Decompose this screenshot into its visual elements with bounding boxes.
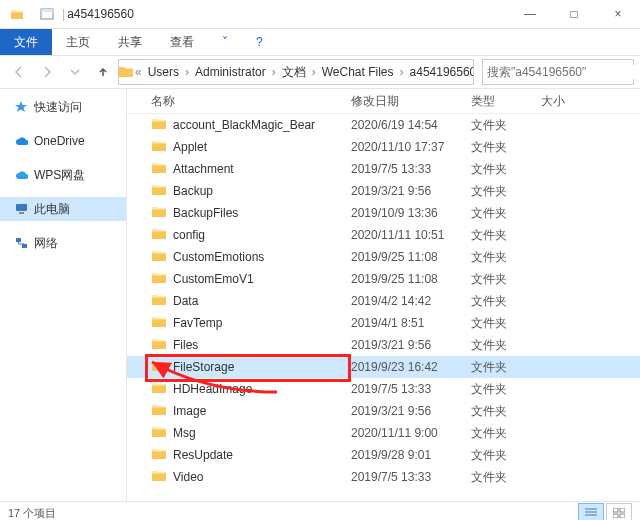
file-type: 文件夹 bbox=[471, 403, 541, 420]
folder-row[interactable]: config2020/11/11 10:51文件夹 bbox=[127, 224, 640, 246]
folder-row[interactable]: FavTemp2019/4/1 8:51文件夹 bbox=[127, 312, 640, 334]
chevron-right-icon[interactable]: › bbox=[310, 65, 318, 79]
tab-file[interactable]: 文件 bbox=[0, 29, 52, 55]
col-date[interactable]: 修改日期 bbox=[351, 93, 471, 110]
breadcrumb-segment[interactable]: Users bbox=[144, 65, 183, 79]
col-name[interactable]: 名称 bbox=[151, 93, 351, 110]
sidebar-item-label: OneDrive bbox=[34, 134, 85, 148]
nav-recent-dropdown[interactable] bbox=[62, 59, 88, 85]
file-date: 2020/6/19 14:54 bbox=[351, 118, 471, 132]
close-button[interactable]: × bbox=[596, 0, 640, 28]
folder-icon bbox=[151, 139, 167, 155]
folder-row[interactable]: FileStorage2019/9/23 16:42文件夹 bbox=[127, 356, 640, 378]
folder-row[interactable]: Data2019/4/2 14:42文件夹 bbox=[127, 290, 640, 312]
breadcrumb-segment[interactable]: 文档 bbox=[278, 65, 310, 79]
minimize-button[interactable]: — bbox=[508, 0, 552, 28]
sidebar-item-label: WPS网盘 bbox=[34, 167, 85, 184]
folder-icon bbox=[151, 381, 167, 397]
file-name: config bbox=[173, 228, 351, 242]
tab-share[interactable]: 共享 bbox=[104, 29, 156, 55]
file-date: 2020/11/11 9:00 bbox=[351, 426, 471, 440]
file-name: HDHeadImage bbox=[173, 382, 351, 396]
folder-row[interactable]: Attachment2019/7/5 13:33文件夹 bbox=[127, 158, 640, 180]
maximize-button[interactable]: □ bbox=[552, 0, 596, 28]
breadcrumb-segment[interactable]: a454196560 bbox=[406, 65, 474, 79]
file-type: 文件夹 bbox=[471, 425, 541, 442]
folder-row[interactable]: Files2019/3/21 9:56文件夹 bbox=[127, 334, 640, 356]
sidebar-item-network[interactable]: 网络 bbox=[0, 231, 126, 255]
folder-row[interactable]: HDHeadImage2019/7/5 13:33文件夹 bbox=[127, 378, 640, 400]
folder-row[interactable]: ResUpdate2019/9/28 9:01文件夹 bbox=[127, 444, 640, 466]
file-name: BackupFiles bbox=[173, 206, 351, 220]
file-type: 文件夹 bbox=[471, 447, 541, 464]
svg-rect-7 bbox=[613, 508, 618, 512]
title-separator: | bbox=[60, 7, 67, 21]
file-list[interactable]: account_BlackMagic_Bear2020/6/19 14:54文件… bbox=[127, 114, 640, 501]
folder-row[interactable]: CustomEmotions2019/9/25 11:08文件夹 bbox=[127, 246, 640, 268]
file-date: 2020/11/11 10:51 bbox=[351, 228, 471, 242]
chevron-right-icon[interactable]: › bbox=[270, 65, 278, 79]
status-bar: 17 个项目 bbox=[0, 501, 640, 520]
file-date: 2019/3/21 9:56 bbox=[351, 184, 471, 198]
folder-icon bbox=[151, 161, 167, 177]
tab-home[interactable]: 主页 bbox=[52, 29, 104, 55]
folder-row[interactable]: Image2019/3/21 9:56文件夹 bbox=[127, 400, 640, 422]
column-headers[interactable]: 名称 修改日期 类型 大小 bbox=[127, 89, 640, 114]
folder-row[interactable]: account_BlackMagic_Bear2020/6/19 14:54文件… bbox=[127, 114, 640, 136]
address-bar[interactable]: « Users›Administrator›文档›WeChat Files›a4… bbox=[118, 59, 474, 85]
sidebar-item-onedrive[interactable]: OneDrive bbox=[0, 129, 126, 153]
view-icons-button[interactable] bbox=[606, 503, 632, 520]
file-name: Applet bbox=[173, 140, 351, 154]
file-name: Backup bbox=[173, 184, 351, 198]
nav-forward-button[interactable] bbox=[34, 59, 60, 85]
file-date: 2019/3/21 9:56 bbox=[351, 338, 471, 352]
view-details-button[interactable] bbox=[578, 503, 604, 520]
sidebar-item-this-pc[interactable]: 此电脑 bbox=[0, 197, 126, 221]
nav-up-button[interactable] bbox=[90, 59, 116, 85]
file-date: 2019/7/5 13:33 bbox=[351, 162, 471, 176]
title-bar: | a454196560 — □ × bbox=[0, 0, 640, 29]
col-size[interactable]: 大小 bbox=[541, 93, 640, 110]
file-type: 文件夹 bbox=[471, 183, 541, 200]
file-type: 文件夹 bbox=[471, 249, 541, 266]
file-date: 2020/11/10 17:37 bbox=[351, 140, 471, 154]
folder-row[interactable]: Backup2019/3/21 9:56文件夹 bbox=[127, 180, 640, 202]
svg-rect-8 bbox=[620, 508, 625, 512]
sidebar-item-wps[interactable]: WPS网盘 bbox=[0, 163, 126, 187]
folder-row[interactable]: Video2019/7/5 13:33文件夹 bbox=[127, 466, 640, 488]
svg-rect-4 bbox=[19, 212, 24, 214]
folder-icon bbox=[151, 359, 167, 375]
file-name: Msg bbox=[173, 426, 351, 440]
nav-back-button[interactable] bbox=[6, 59, 32, 85]
folder-row[interactable]: Msg2020/11/11 9:00文件夹 bbox=[127, 422, 640, 444]
search-input[interactable] bbox=[483, 65, 640, 79]
file-date: 2019/3/21 9:56 bbox=[351, 404, 471, 418]
chevron-left-icon[interactable]: « bbox=[133, 65, 144, 79]
sidebar-item-quick-access[interactable]: 快速访问 bbox=[0, 95, 126, 119]
file-date: 2019/9/23 16:42 bbox=[351, 360, 471, 374]
file-name: FileStorage bbox=[173, 360, 351, 374]
folder-icon bbox=[151, 249, 167, 265]
file-name: FavTemp bbox=[173, 316, 351, 330]
file-name: CustomEmotions bbox=[173, 250, 351, 264]
ribbon-help-icon[interactable]: ? bbox=[242, 29, 277, 55]
file-name: CustomEmoV1 bbox=[173, 272, 351, 286]
breadcrumb-segment[interactable]: Administrator bbox=[191, 65, 270, 79]
folder-row[interactable]: CustomEmoV12019/9/25 11:08文件夹 bbox=[127, 268, 640, 290]
file-date: 2019/10/9 13:36 bbox=[351, 206, 471, 220]
breadcrumb-segment[interactable]: WeChat Files bbox=[318, 65, 398, 79]
chevron-right-icon[interactable]: › bbox=[398, 65, 406, 79]
ribbon-expand-icon[interactable]: ˅ bbox=[208, 29, 242, 55]
folder-row[interactable]: BackupFiles2019/10/9 13:36文件夹 bbox=[127, 202, 640, 224]
chevron-right-icon[interactable]: › bbox=[183, 65, 191, 79]
folder-icon bbox=[151, 337, 167, 353]
file-type: 文件夹 bbox=[471, 205, 541, 222]
folder-row[interactable]: Applet2020/11/10 17:37文件夹 bbox=[127, 136, 640, 158]
tab-view[interactable]: 查看 bbox=[156, 29, 208, 55]
col-type[interactable]: 类型 bbox=[471, 93, 541, 110]
svg-rect-1 bbox=[41, 9, 53, 12]
file-type: 文件夹 bbox=[471, 469, 541, 486]
file-date: 2019/4/2 14:42 bbox=[351, 294, 471, 308]
search-box[interactable] bbox=[482, 59, 634, 85]
file-name: Files bbox=[173, 338, 351, 352]
